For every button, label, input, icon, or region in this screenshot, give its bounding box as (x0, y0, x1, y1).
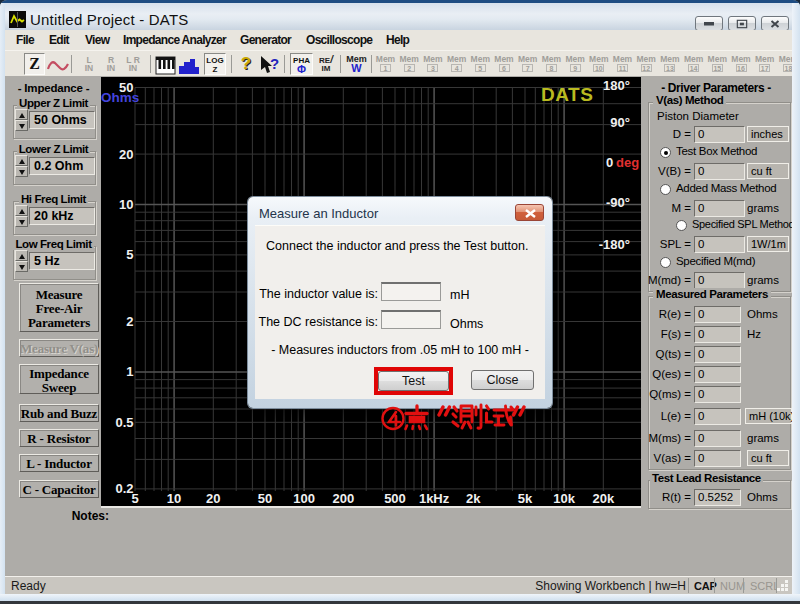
svg-text:5: 5 (126, 247, 133, 262)
svg-text:10: 10 (167, 491, 181, 506)
svg-text:50: 50 (258, 491, 272, 506)
svg-text:?: ? (270, 55, 279, 72)
svg-text:500: 500 (384, 491, 406, 506)
svg-text:1kHz: 1kHz (419, 491, 450, 506)
svg-text:2k: 2k (466, 491, 481, 506)
svg-text:2: 2 (126, 314, 133, 329)
svg-text:10k: 10k (553, 491, 575, 506)
svg-text:100: 100 (293, 491, 315, 506)
svg-text:0.5: 0.5 (115, 415, 133, 430)
svg-text:200: 200 (332, 491, 354, 506)
svg-text:DATS: DATS (541, 84, 593, 105)
svg-text:5: 5 (131, 491, 138, 506)
svg-text:20: 20 (206, 491, 220, 506)
svg-text:5k: 5k (518, 491, 533, 506)
svg-text:180°: 180° (603, 78, 630, 93)
svg-text:Ohms: Ohms (101, 90, 139, 105)
svg-text:20: 20 (119, 147, 133, 162)
svg-text:10: 10 (119, 197, 133, 212)
svg-text:1: 1 (126, 364, 133, 379)
